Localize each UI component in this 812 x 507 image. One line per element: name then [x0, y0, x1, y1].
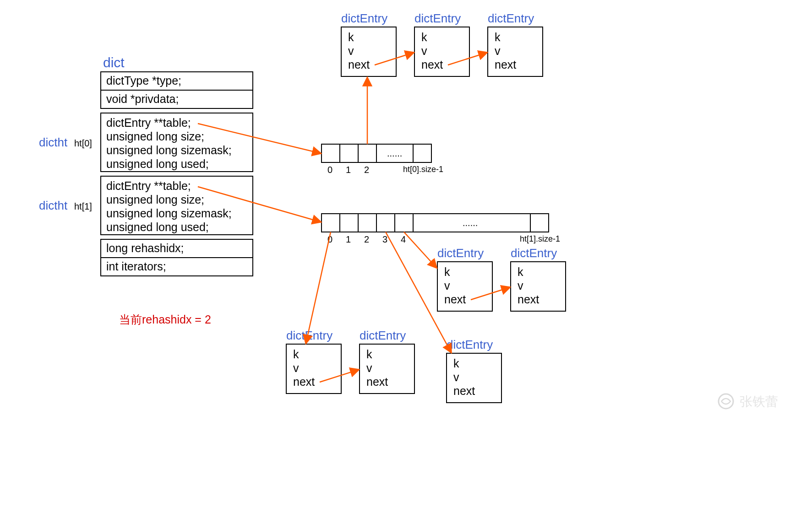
- svg-text:v: v: [293, 361, 299, 374]
- svg-text:v: v: [518, 279, 523, 292]
- svg-text:next: next: [366, 375, 388, 388]
- ht0-used: unsigned long used;: [106, 157, 209, 170]
- svg-rect-17: [530, 214, 549, 232]
- svg-text:v: v: [453, 371, 459, 383]
- svg-rect-12: [340, 214, 358, 232]
- ht0-sizemask: unsigned long sizemask;: [106, 144, 232, 156]
- svg-text:v: v: [348, 44, 354, 57]
- svg-text:v: v: [421, 44, 427, 57]
- dict-iterators: int iterators;: [106, 260, 166, 273]
- ht1-dots: ......: [463, 218, 478, 228]
- svg-text:v: v: [444, 279, 450, 292]
- svg-text:next: next: [444, 293, 466, 306]
- svg-text:k: k: [421, 31, 427, 43]
- dict-type-field: dictType *type;: [106, 74, 181, 87]
- svg-text:k: k: [518, 265, 523, 278]
- svg-text:next: next: [421, 58, 443, 71]
- ht0-bucket-array: 0 1 2 ...... ht[0].size-1: [322, 144, 443, 175]
- svg-text:dictEntry: dictEntry: [286, 329, 332, 342]
- svg-text:v: v: [366, 361, 372, 374]
- arrow-ht1-4-to-entry: [404, 232, 436, 268]
- ht1-idx4: 4: [401, 234, 406, 244]
- svg-text:k: k: [495, 31, 501, 43]
- svg-rect-14: [376, 214, 395, 232]
- ht1-last: ht[1].size-1: [520, 234, 560, 243]
- entry-chain-top: dictEntry k v next dictEntry k v next di…: [341, 11, 543, 76]
- ht1-sizemask: unsigned long sizemask;: [106, 207, 232, 220]
- dict-rehashidx: long rehashidx;: [106, 242, 184, 254]
- svg-text:dictEntry: dictEntry: [488, 11, 534, 25]
- entry-chain-bottom-left: dictEntry k v next dictEntry k v next: [286, 329, 414, 394]
- svg-text:dictEntry: dictEntry: [414, 11, 461, 25]
- svg-rect-10: [413, 144, 431, 162]
- svg-text:next: next: [293, 375, 315, 388]
- ht1-idx2: 2: [364, 234, 369, 244]
- ht1-idx3: 3: [382, 234, 387, 244]
- ht0-label: ht[0]: [74, 138, 92, 148]
- svg-rect-15: [395, 214, 413, 232]
- svg-text:k: k: [293, 348, 299, 361]
- svg-text:k: k: [453, 357, 459, 370]
- svg-text:k: k: [348, 31, 354, 43]
- ht0-size: unsigned long size;: [106, 130, 204, 143]
- svg-rect-6: [322, 144, 340, 162]
- ht1-bucket-array: 0 1 2 3 4 ...... ht[1].size-1: [322, 214, 560, 244]
- rehash-note: 当前rehashidx = 2: [119, 313, 211, 326]
- dict-privdata-field: void *privdata;: [106, 92, 179, 105]
- svg-text:next: next: [348, 58, 370, 71]
- dict-struct: dictType *type; void *privdata; dictEntr…: [101, 72, 253, 276]
- svg-text:v: v: [495, 44, 501, 57]
- ht1-table: dictEntry **table;: [106, 179, 191, 192]
- svg-text:next: next: [495, 58, 516, 71]
- ht0-idx1: 1: [346, 165, 351, 175]
- ht0-last: ht[0].size-1: [403, 165, 443, 174]
- svg-rect-11: [322, 214, 340, 232]
- ht0-table: dictEntry **table;: [106, 116, 191, 129]
- arrow-ht1-0-to-entry: [306, 232, 331, 343]
- svg-text:dictEntry: dictEntry: [437, 246, 484, 260]
- svg-text:张铁蕾: 张铁蕾: [740, 394, 778, 409]
- entry-bottom-center: dictEntry k v next: [447, 338, 501, 403]
- entry-chain-mid-right: dictEntry k v next dictEntry k v next: [437, 246, 566, 311]
- dictht0-label: dictht: [39, 135, 68, 149]
- svg-text:k: k: [366, 348, 372, 361]
- svg-text:next: next: [518, 293, 539, 306]
- svg-text:k: k: [444, 265, 450, 278]
- watermark: 张铁蕾: [719, 394, 778, 409]
- svg-text:dictEntry: dictEntry: [447, 338, 493, 351]
- svg-text:dictEntry: dictEntry: [511, 246, 557, 260]
- svg-rect-7: [340, 144, 358, 162]
- ht1-used: unsigned long used;: [106, 221, 209, 233]
- diagram-canvas: dict dictType *type; void *privdata; dic…: [0, 0, 812, 507]
- ht0-idx2: 2: [364, 165, 369, 175]
- ht1-label: ht[1]: [74, 201, 92, 211]
- ht1-idx1: 1: [346, 234, 351, 244]
- dictht1-label: dictht: [39, 199, 68, 212]
- svg-text:next: next: [453, 384, 475, 397]
- svg-text:dictEntry: dictEntry: [341, 11, 387, 25]
- dict-title: dict: [103, 55, 125, 70]
- ht0-idx0: 0: [327, 165, 332, 175]
- svg-rect-8: [358, 144, 376, 162]
- svg-text:dictEntry: dictEntry: [360, 329, 406, 342]
- ht1-size: unsigned long size;: [106, 193, 204, 206]
- ht0-dots: ......: [387, 148, 402, 158]
- svg-rect-13: [358, 214, 376, 232]
